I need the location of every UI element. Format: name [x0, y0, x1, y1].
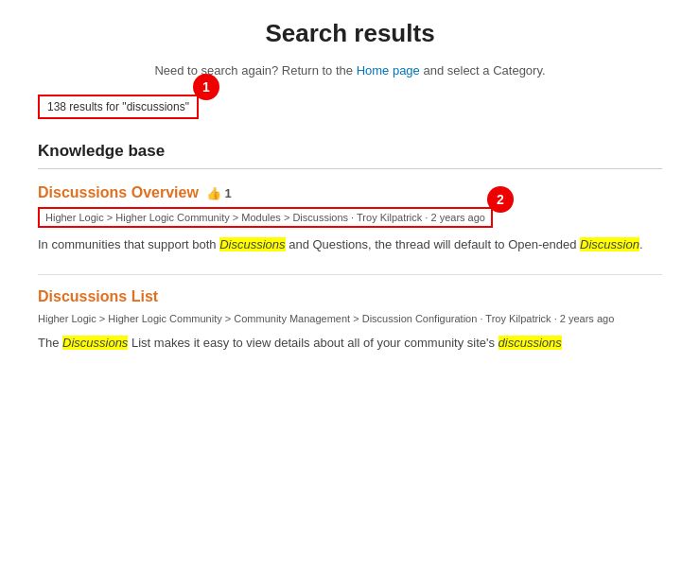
result-link-2[interactable]: Discussions List — [38, 288, 158, 305]
snippet-1: In communities that support both Discuss… — [38, 235, 662, 255]
results-badge: 138 results for "discussions" — [38, 95, 199, 119]
home-page-link[interactable]: Home page — [357, 63, 420, 78]
result-title-2: Discussions List — [38, 288, 662, 305]
breadcrumb-2: Higher Logic > Higher Logic Community > … — [38, 311, 662, 327]
subtitle: Need to search again? Return to the Home… — [38, 63, 662, 78]
badge-2: 2 — [487, 186, 514, 213]
item-divider-1 — [38, 274, 662, 275]
snippet-2: The Discussions List makes it easy to vi… — [38, 334, 662, 354]
like-icon-1: 👍 1 — [206, 186, 232, 200]
badge-1: 1 — [193, 74, 219, 100]
result-item-2: Discussions List Higher Logic > Higher L… — [38, 288, 662, 354]
result-title-1: Discussions Overview 👍 1 — [38, 184, 662, 201]
page-title: Search results — [38, 19, 662, 48]
section-title: Knowledge base — [38, 142, 662, 161]
breadcrumb-1: Higher Logic > Higher Logic Community > … — [38, 207, 493, 228]
section-divider — [38, 168, 662, 169]
result-item-1: Discussions Overview 👍 1 Higher Logic > … — [38, 184, 662, 255]
results-badge-wrapper: 138 results for "discussions" 1 — [38, 95, 199, 119]
subtitle-after-link: and select a Category. — [420, 63, 546, 78]
result-link-1[interactable]: Discussions Overview — [38, 184, 199, 201]
subtitle-before-link: Need to search again? Return to the — [154, 63, 356, 78]
breadcrumb-wrapper-1: Higher Logic > Higher Logic Community > … — [38, 207, 493, 235]
